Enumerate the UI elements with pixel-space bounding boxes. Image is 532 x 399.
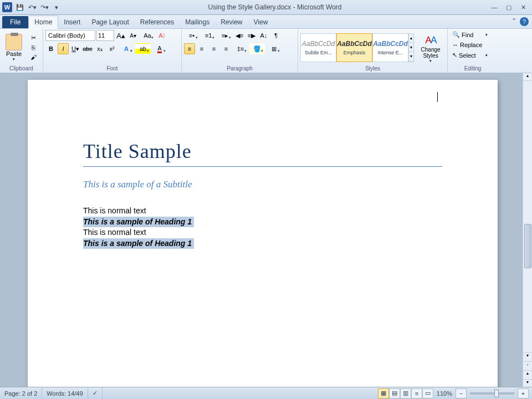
view-tab[interactable]: View — [248, 16, 274, 28]
clipboard-group-label: Clipboard — [2, 65, 40, 73]
styles-scroll-down[interactable]: ▾ — [409, 43, 413, 52]
format-painter-icon[interactable]: 🖌 — [28, 53, 39, 62]
page-layout-tab[interactable]: Page Layout — [86, 16, 134, 28]
editing-group-label: Editing — [450, 65, 495, 73]
paste-icon — [6, 34, 22, 50]
font-color-icon[interactable]: A — [152, 43, 167, 54]
increase-indent-icon[interactable]: ≡▶ — [246, 30, 257, 41]
bullets-icon[interactable]: ≡• — [184, 30, 200, 41]
find-button[interactable]: 🔍Find▾ — [450, 30, 490, 39]
align-center-icon[interactable]: ≡ — [196, 43, 207, 54]
maximize-button[interactable]: ▢ — [502, 2, 515, 12]
doc-subtitle[interactable]: This is a sample of a Subtitle — [83, 179, 442, 190]
zoom-level[interactable]: 110% — [433, 390, 456, 397]
paragraph-group-label: Paragraph — [184, 65, 295, 73]
find-icon: 🔍 — [452, 31, 460, 38]
text-effects-icon[interactable]: A — [119, 43, 134, 54]
styles-scroll-up[interactable]: ▴ — [409, 34, 413, 43]
sort-icon[interactable]: A↓ — [258, 30, 269, 41]
prev-page-icon[interactable]: ▴ — [523, 370, 532, 378]
italic-button[interactable]: I — [58, 43, 69, 54]
styles-expand[interactable]: ▾ — [409, 52, 413, 62]
clear-formatting-icon[interactable]: Aͯ — [156, 30, 167, 41]
help-icon[interactable]: ? — [520, 17, 529, 26]
doc-line[interactable]: This is a sample of Heading 1 — [83, 217, 442, 228]
line-spacing-icon[interactable]: ‡≡ — [233, 43, 248, 54]
minimize-button[interactable]: — — [488, 2, 501, 12]
save-icon[interactable]: 💾 — [14, 2, 25, 13]
browse-object-icon[interactable]: ◦ — [523, 361, 532, 369]
doc-title[interactable]: Title Sample — [83, 140, 442, 167]
font-size-combo[interactable] — [96, 30, 114, 41]
review-tab[interactable]: Review — [215, 16, 248, 28]
window-title: Using the Style Gallery.docx - Microsoft… — [62, 3, 488, 11]
doc-line[interactable]: This is normal text — [83, 227, 442, 238]
style-subtle-emphasis[interactable]: AaBbCcDd Subtle Em... — [300, 33, 336, 62]
style-emphasis[interactable]: AaBbCcDd Emphasis — [336, 33, 372, 62]
doc-line[interactable]: This is normal text — [83, 206, 442, 217]
file-tab[interactable]: File — [2, 16, 28, 28]
draft-view[interactable]: ▭ — [422, 388, 433, 398]
align-left-icon[interactable]: ≡ — [184, 43, 195, 54]
multilevel-icon[interactable]: ≡▸ — [217, 30, 233, 41]
zoom-out-button[interactable]: − — [456, 388, 467, 398]
align-right-icon[interactable]: ≡ — [208, 43, 219, 54]
font-group-label: Font — [45, 65, 179, 73]
insert-tab[interactable]: Insert — [58, 16, 86, 28]
grow-font-icon[interactable]: A▴ — [115, 30, 126, 41]
select-button[interactable]: ↖Select▾ — [450, 50, 490, 60]
outline-view[interactable]: ≡ — [411, 388, 422, 398]
change-case-icon[interactable]: Aa — [140, 30, 155, 41]
status-words[interactable]: Words: 14/49 — [42, 387, 88, 399]
fullscreen-view[interactable]: ▤ — [389, 388, 400, 398]
paste-button[interactable]: Paste ▾ — [2, 33, 25, 63]
text-cursor — [437, 92, 438, 102]
document-page[interactable]: Title Sample This is a sample of a Subti… — [28, 80, 498, 387]
zoom-in-button[interactable]: + — [518, 388, 529, 398]
justify-icon[interactable]: ≡ — [221, 43, 232, 54]
subscript-button[interactable]: x₂ — [94, 43, 105, 54]
shading-icon[interactable]: 🪣 — [249, 43, 265, 54]
redo-icon[interactable]: ↷▾ — [39, 2, 50, 13]
print-layout-view[interactable]: ▦ — [378, 388, 389, 398]
doc-line[interactable]: This is a sample of Heading 1 — [83, 238, 442, 249]
change-styles-icon: AA — [423, 32, 438, 47]
status-proofing-icon[interactable]: ✓ — [88, 387, 103, 399]
qat-more-icon[interactable]: ▾ — [51, 2, 62, 13]
mailings-tab[interactable]: Mailings — [180, 16, 215, 28]
strikethrough-button[interactable]: abc — [82, 43, 93, 54]
word-app-icon: W — [2, 2, 12, 12]
next-page-icon[interactable]: ▾ — [523, 379, 532, 387]
svg-text:A: A — [431, 34, 437, 45]
undo-icon[interactable]: ↶▾ — [27, 2, 38, 13]
copy-icon[interactable]: ⎘ — [28, 43, 39, 52]
numbering-icon[interactable]: ≡1 — [201, 30, 216, 41]
home-tab[interactable]: Home — [28, 16, 58, 29]
change-styles-button[interactable]: AA Change Styles ▾ — [416, 31, 445, 64]
select-icon: ↖ — [452, 52, 457, 59]
status-page[interactable]: Page: 2 of 2 — [0, 387, 42, 399]
references-tab[interactable]: References — [135, 16, 180, 28]
replace-icon: ↔ — [452, 42, 458, 48]
vertical-scrollbar[interactable]: ▴ ▾ ◦ ▴ ▾ — [523, 73, 532, 387]
style-intense-emphasis[interactable]: AaBbCcDd Intense E... — [372, 33, 408, 62]
paste-label: Paste — [6, 50, 22, 57]
superscript-button[interactable]: x² — [106, 43, 117, 54]
show-hide-icon[interactable]: ¶ — [270, 30, 282, 41]
shrink-font-icon[interactable]: A▾ — [127, 30, 139, 41]
bold-button[interactable]: B — [45, 43, 57, 54]
decrease-indent-icon[interactable]: ◀≡ — [234, 30, 245, 41]
zoom-slider[interactable] — [470, 392, 514, 395]
web-layout-view[interactable]: ▥ — [400, 388, 411, 398]
scrollbar-thumb[interactable] — [524, 224, 531, 268]
close-button[interactable]: ✕ — [516, 2, 530, 12]
replace-button[interactable]: ↔Replace — [450, 40, 490, 49]
font-name-combo[interactable] — [45, 30, 95, 41]
underline-button[interactable]: U▾ — [70, 43, 81, 54]
highlight-icon[interactable]: ab — [135, 43, 151, 54]
minimize-ribbon-icon[interactable]: ⌃ — [511, 17, 516, 26]
cut-icon[interactable]: ✂ — [28, 34, 39, 43]
styles-group-label: Styles — [300, 65, 445, 73]
borders-icon[interactable]: ⊞ — [266, 43, 282, 54]
